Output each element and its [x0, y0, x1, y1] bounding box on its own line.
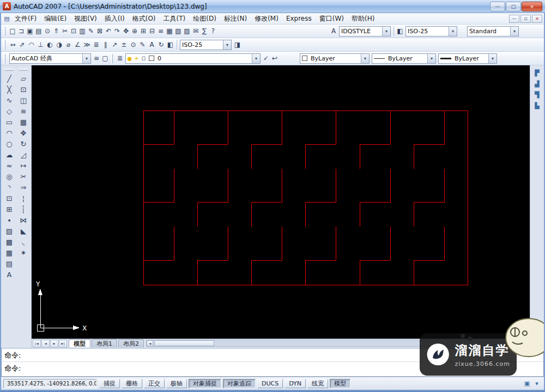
lineweight-toggle[interactable]: 线宽 [307, 379, 328, 388]
dim-diameter-icon[interactable]: ⌀ [64, 39, 73, 50]
text-style-combo[interactable]: IDQSTYLE ▾ [339, 26, 391, 36]
undo-icon[interactable]: ↶ [104, 26, 113, 36]
dim-continue-icon[interactable]: ∥ [101, 39, 110, 50]
designcenter-icon[interactable]: ▦ [165, 26, 174, 36]
ellipse-icon[interactable]: ◎ [3, 171, 15, 182]
center-mark-icon[interactable]: ⊙ [129, 39, 138, 50]
open-icon[interactable]: ⊐ [17, 26, 26, 36]
tab-scroll-first[interactable]: |◄ [33, 340, 41, 347]
rotate-icon[interactable]: ↻ [17, 138, 29, 149]
block-editor-icon[interactable]: ⊠ [95, 26, 104, 36]
osnap-toggle[interactable]: 对象捕捉 [189, 379, 221, 388]
cut-icon[interactable]: ✂ [60, 26, 69, 36]
draw-order-under-icon[interactable]: ▙ [532, 100, 543, 111]
tab-layout2[interactable]: 布局2 [118, 339, 144, 347]
layer-previous-icon[interactable]: ↩ [270, 53, 279, 64]
help-icon[interactable]: ? [209, 26, 217, 36]
insert-block-icon[interactable]: ⊡ [3, 193, 15, 204]
workspace-combo[interactable]: AutoCAD 经典 ▾ [9, 53, 91, 64]
properties-icon[interactable]: ≡ [156, 26, 165, 36]
polar-toggle[interactable]: 极轴 [166, 379, 187, 388]
copy-icon[interactable]: ⊡ [69, 26, 78, 36]
dim-ordinate-icon[interactable]: ⊥ [36, 39, 45, 50]
explode-icon[interactable]: ✶ [17, 247, 29, 258]
tab-layout1[interactable]: 布局1 [92, 339, 117, 347]
dropdown-arrow-icon[interactable]: ▾ [223, 40, 231, 50]
tab-scroll-prev[interactable]: ◄ [41, 340, 50, 347]
dropdown-arrow-icon[interactable]: ▾ [82, 54, 90, 63]
toolbar-grip[interactable] [4, 40, 5, 50]
dim-style-manager-icon[interactable]: ◨ [233, 39, 242, 50]
tab-scroll-next[interactable]: ► [50, 340, 58, 347]
scale-icon[interactable]: ◿ [17, 149, 29, 160]
trim-icon[interactable]: ✂ [17, 171, 29, 182]
spline-icon[interactable]: ≈ [3, 160, 15, 171]
menu-help[interactable]: 帮助(H) [348, 13, 378, 24]
dim-linear-icon[interactable]: ↔ [8, 39, 17, 50]
array-icon[interactable]: ▦ [17, 117, 29, 127]
arc-icon[interactable]: ◠ [3, 127, 15, 138]
dim-angular-icon[interactable]: ∠ [73, 39, 82, 50]
chamfer-icon[interactable]: ◣ [17, 225, 29, 236]
polyline-icon[interactable]: ∿ [3, 95, 15, 106]
ortho-toggle[interactable]: 正交 [144, 379, 165, 388]
menu-express[interactable]: Express [282, 14, 316, 23]
move-icon[interactable]: ✥ [17, 127, 29, 138]
maximize-button[interactable]: □ [506, 2, 521, 11]
grid-toggle[interactable]: 栅格 [122, 379, 142, 388]
menu-modify[interactable]: 修改(M) [251, 13, 282, 24]
dropdown-arrow-icon[interactable]: ▾ [449, 27, 457, 36]
plot-preview-icon[interactable]: ⊙ [43, 26, 52, 36]
draw-order-back-icon[interactable]: ▟ [532, 78, 543, 89]
draw-order-front-icon[interactable]: ▛ [532, 68, 543, 78]
dim-style-icon[interactable]: ◧ [166, 39, 175, 50]
dim-edit-icon[interactable]: ✎ [138, 39, 147, 50]
revcloud-icon[interactable]: ☁ [3, 149, 15, 160]
mirror-icon[interactable]: ◫ [17, 95, 29, 106]
toolbar-grip[interactable] [19, 69, 28, 71]
dropdown-arrow-icon[interactable]: ▾ [252, 54, 260, 63]
extend-icon[interactable]: ⇒ [17, 182, 29, 193]
zoom-previous-icon[interactable]: ⊟ [148, 26, 156, 36]
otrack-toggle[interactable]: 对象追踪 [223, 379, 256, 388]
make-block-icon[interactable]: ⊞ [3, 204, 15, 215]
menu-edit[interactable]: 编辑(E) [40, 13, 70, 24]
menu-draw[interactable]: 绘图(D) [189, 13, 220, 24]
workspace-settings-icon[interactable]: ≡ [92, 53, 101, 64]
zoom-realtime-icon[interactable]: ⊕ [130, 26, 139, 36]
quick-leader-icon[interactable]: ↗ [110, 39, 119, 50]
snap-toggle[interactable]: 捕捉 [99, 379, 120, 388]
zoom-window-icon[interactable]: ⊞ [139, 26, 148, 36]
make-layer-current-icon[interactable]: ✓ [262, 53, 270, 64]
menu-insert[interactable]: 插入(I) [101, 13, 129, 24]
copy-object-icon[interactable]: ⊡ [17, 84, 29, 95]
polygon-icon[interactable]: ◇ [3, 106, 15, 117]
markup-icon[interactable]: ✉ [191, 26, 200, 36]
paste-icon[interactable]: ▥ [78, 26, 87, 36]
new-icon[interactable]: □ [8, 26, 17, 36]
circle-icon[interactable]: ○ [3, 138, 15, 149]
close-button[interactable]: × [522, 2, 542, 11]
minimize-button[interactable]: — [490, 2, 505, 11]
quick-dimension-icon[interactable]: ≫ [82, 39, 92, 50]
redo-icon[interactable]: ↷ [113, 26, 122, 36]
dropdown-arrow-icon[interactable]: ▾ [488, 54, 496, 63]
menu-dimension[interactable]: 标注(N) [220, 13, 251, 24]
line-icon[interactable]: ╱ [3, 73, 15, 84]
dropdown-arrow-icon[interactable]: ▾ [382, 27, 390, 36]
dim-radius-icon[interactable]: ◐ [45, 39, 55, 50]
menu-file[interactable]: 文件(F) [11, 13, 40, 24]
erase-icon[interactable]: ▱ [17, 73, 29, 84]
table-icon[interactable]: ▤ [3, 258, 15, 269]
coordinate-readout[interactable]: 353517.4275, -140921.8266, 0.0000 [3, 379, 97, 388]
scrollbar-thumb[interactable] [154, 340, 214, 346]
rectangle-icon[interactable]: ▭ [3, 117, 15, 127]
doc-restore-button[interactable]: ▫ [520, 15, 531, 23]
pan-icon[interactable]: ✥ [122, 26, 130, 36]
layer-combo[interactable]: ●☀Ω 0 ▾ [125, 53, 261, 64]
tool-palettes-icon[interactable]: ▧ [174, 26, 183, 36]
toolbar-grip[interactable] [4, 27, 5, 36]
doc-close-button[interactable]: × [532, 15, 542, 23]
offset-icon[interactable]: ≋ [17, 106, 29, 117]
quickcalc-icon[interactable]: ∑ [200, 26, 209, 36]
